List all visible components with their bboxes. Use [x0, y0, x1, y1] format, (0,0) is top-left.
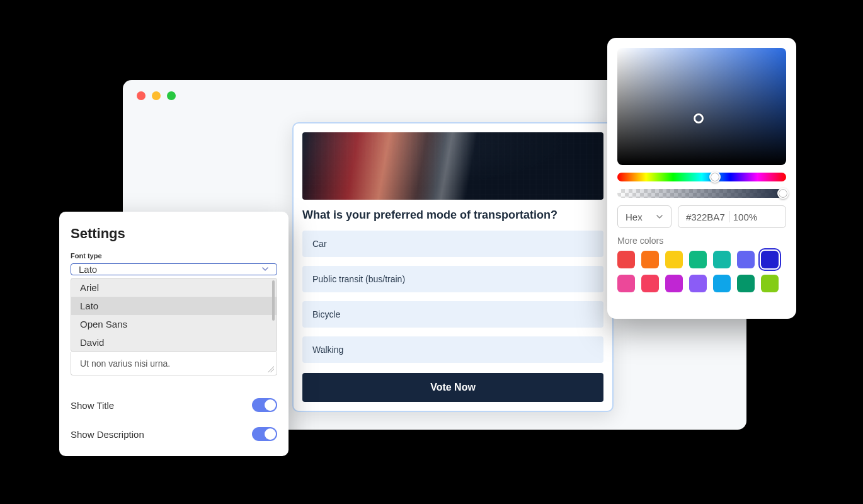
- chevron-down-icon: [261, 264, 269, 275]
- color-swatch[interactable]: [689, 251, 707, 268]
- window-traffic-lights: [137, 91, 176, 100]
- font-option[interactable]: Open Sans: [71, 315, 277, 333]
- minimize-window-dot[interactable]: [152, 91, 161, 100]
- font-option[interactable]: David: [71, 333, 277, 352]
- color-swatch[interactable]: [737, 275, 755, 292]
- poll-question: What is your preferred mode of transport…: [302, 209, 603, 222]
- toggle-label: Show Title: [71, 400, 114, 411]
- color-mode-value: Hex: [626, 212, 643, 222]
- saturation-value-box[interactable]: [617, 48, 786, 165]
- color-swatch[interactable]: [617, 275, 635, 292]
- font-type-dropdown: Ariel Lato Open Sans David: [71, 278, 277, 352]
- color-picker-panel: Hex #322BA7 100% More colors: [607, 38, 796, 319]
- more-colors-label: More colors: [617, 236, 786, 246]
- chevron-down-icon: [656, 212, 663, 222]
- sv-cursor[interactable]: [694, 113, 704, 123]
- color-swatch[interactable]: [641, 275, 659, 292]
- vote-now-button[interactable]: Vote Now: [302, 373, 603, 402]
- alpha-value: 100%: [733, 212, 757, 222]
- color-mode-select[interactable]: Hex: [617, 205, 672, 228]
- hex-value: #322BA7: [686, 212, 725, 222]
- color-swatch[interactable]: [713, 251, 731, 268]
- hue-slider[interactable]: [617, 173, 786, 181]
- show-description-toggle[interactable]: [252, 427, 277, 441]
- poll-option[interactable]: Car: [302, 231, 603, 257]
- value-separator: [729, 211, 729, 222]
- poll-card: What is your preferred mode of transport…: [292, 122, 614, 412]
- settings-panel: Settings Font type Lato Ariel Lato Open …: [59, 212, 289, 456]
- color-value-input[interactable]: #322BA7 100%: [678, 205, 786, 228]
- font-type-value: Lato: [79, 264, 97, 275]
- color-swatch[interactable]: [665, 275, 683, 292]
- textarea-resize-handle[interactable]: [268, 366, 274, 372]
- color-swatch[interactable]: [761, 251, 779, 268]
- color-swatch[interactable]: [713, 275, 731, 292]
- hue-cursor[interactable]: [709, 171, 721, 183]
- poll-option[interactable]: Public transit (bus/train): [302, 266, 603, 292]
- poll-option[interactable]: Bicycle: [302, 301, 603, 328]
- dropdown-scrollbar[interactable]: [272, 280, 275, 321]
- alpha-cursor[interactable]: [777, 188, 789, 199]
- toggle-row-show-description: Show Description: [71, 420, 277, 449]
- sample-text-area[interactable]: Ut non varius nisi urna.: [71, 352, 277, 375]
- font-option[interactable]: Ariel: [71, 278, 277, 297]
- settings-title: Settings: [71, 226, 277, 242]
- font-option[interactable]: Lato: [71, 297, 277, 315]
- close-window-dot[interactable]: [137, 91, 146, 100]
- color-swatch[interactable]: [641, 251, 659, 268]
- color-swatch[interactable]: [617, 251, 635, 268]
- poll-hero-image: [302, 132, 603, 200]
- font-type-label: Font type: [71, 252, 277, 260]
- poll-option[interactable]: Walking: [302, 336, 603, 363]
- color-swatch[interactable]: [665, 251, 683, 268]
- sample-text-value: Ut non varius nisi urna.: [80, 358, 170, 369]
- color-swatch[interactable]: [689, 275, 707, 292]
- picker-value-row: Hex #322BA7 100%: [617, 205, 786, 228]
- show-title-toggle[interactable]: [252, 398, 277, 412]
- alpha-slider[interactable]: [617, 189, 786, 198]
- color-swatch[interactable]: [737, 251, 755, 268]
- color-swatch[interactable]: [761, 275, 779, 292]
- color-swatches: [617, 251, 786, 292]
- maximize-window-dot[interactable]: [167, 91, 176, 100]
- toggle-row-show-title: Show Title: [71, 391, 277, 420]
- font-type-select[interactable]: Lato: [71, 263, 277, 275]
- toggle-label: Show Description: [71, 429, 144, 440]
